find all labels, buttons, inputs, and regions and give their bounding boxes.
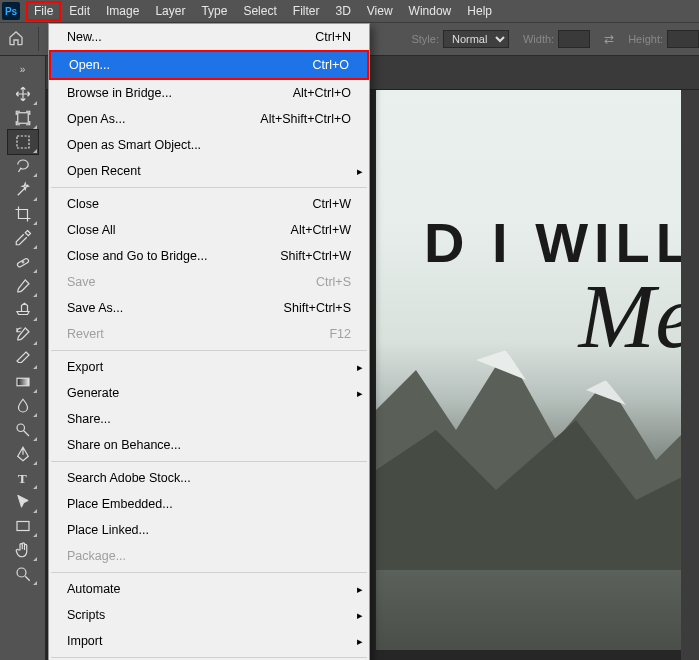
menu-item-place-linked[interactable]: Place Linked... bbox=[49, 517, 369, 543]
move-tool[interactable] bbox=[8, 82, 38, 106]
menu-item-open[interactable]: Open...Ctrl+O bbox=[49, 50, 369, 80]
document-canvas[interactable]: D I WILL Me bbox=[376, 90, 699, 650]
menu-item-package: Package... bbox=[49, 543, 369, 569]
menu-item-label: Scripts bbox=[67, 606, 105, 624]
menu-image[interactable]: Image bbox=[98, 1, 147, 21]
style-select[interactable]: Normal bbox=[443, 30, 509, 48]
menu-item-browse-in-bridge[interactable]: Browse in Bridge...Alt+Ctrl+O bbox=[49, 80, 369, 106]
collapse-icon[interactable]: » bbox=[12, 62, 34, 76]
svg-rect-6 bbox=[17, 522, 29, 531]
menubar: Ps FileEditImageLayerTypeSelectFilter3DV… bbox=[0, 0, 699, 22]
height-field: Height: bbox=[628, 30, 699, 48]
width-input bbox=[558, 30, 590, 48]
menu-item-import[interactable]: Import bbox=[49, 628, 369, 654]
menu-item-shortcut: Ctrl+W bbox=[312, 195, 351, 213]
script-text: Me bbox=[424, 275, 696, 358]
menu-item-scripts[interactable]: Scripts bbox=[49, 602, 369, 628]
menu-item-label: Save As... bbox=[67, 299, 123, 317]
menu-item-shortcut: Ctrl+O bbox=[313, 56, 349, 74]
menu-item-shortcut: Ctrl+S bbox=[316, 273, 351, 291]
menu-3d[interactable]: 3D bbox=[327, 1, 358, 21]
hand-tool[interactable] bbox=[8, 538, 38, 562]
marquee-tool[interactable] bbox=[8, 130, 38, 154]
menu-item-shortcut: Shift+Ctrl+S bbox=[284, 299, 351, 317]
menu-item-label: New... bbox=[67, 28, 102, 46]
menu-filter[interactable]: Filter bbox=[285, 1, 328, 21]
menu-item-revert: RevertF12 bbox=[49, 321, 369, 347]
menu-item-open-as[interactable]: Open As...Alt+Shift+Ctrl+O bbox=[49, 106, 369, 132]
menu-item-generate[interactable]: Generate bbox=[49, 380, 369, 406]
zoom-tool[interactable] bbox=[8, 562, 38, 586]
menu-item-open-as-smart-object[interactable]: Open as Smart Object... bbox=[49, 132, 369, 158]
menu-item-close-and-go-to-bridge[interactable]: Close and Go to Bridge...Shift+Ctrl+W bbox=[49, 243, 369, 269]
app-logo: Ps bbox=[2, 2, 20, 20]
menu-item-share-on-behance[interactable]: Share on Behance... bbox=[49, 432, 369, 458]
menu-item-label: Search Adobe Stock... bbox=[67, 469, 191, 487]
svg-point-4 bbox=[17, 424, 25, 432]
menu-item-label: Share... bbox=[67, 410, 111, 428]
menu-item-export[interactable]: Export bbox=[49, 354, 369, 380]
menu-item-label: Revert bbox=[67, 325, 104, 343]
width-field: Width: bbox=[523, 30, 590, 48]
canvas-text: D I WILL Me bbox=[424, 210, 696, 358]
width-label: Width: bbox=[523, 33, 554, 45]
file-menu: New...Ctrl+NOpen...Ctrl+OBrowse in Bridg… bbox=[48, 23, 370, 660]
blur-tool[interactable] bbox=[8, 394, 38, 418]
home-icon[interactable] bbox=[8, 30, 24, 48]
menu-item-close-all[interactable]: Close AllAlt+Ctrl+W bbox=[49, 217, 369, 243]
crop-tool[interactable] bbox=[8, 202, 38, 226]
artboard-tool[interactable] bbox=[8, 106, 38, 130]
magic-wand-tool[interactable] bbox=[8, 178, 38, 202]
menu-item-label: Browse in Bridge... bbox=[67, 84, 172, 102]
menu-select[interactable]: Select bbox=[235, 1, 284, 21]
menu-item-save-as[interactable]: Save As...Shift+Ctrl+S bbox=[49, 295, 369, 321]
eraser-tool[interactable] bbox=[8, 346, 38, 370]
menu-item-label: Open Recent bbox=[67, 162, 141, 180]
menu-item-place-embedded[interactable]: Place Embedded... bbox=[49, 491, 369, 517]
menu-item-open-recent[interactable]: Open Recent bbox=[49, 158, 369, 184]
menu-item-share[interactable]: Share... bbox=[49, 406, 369, 432]
toolbox: » T bbox=[0, 56, 46, 660]
menu-item-new[interactable]: New...Ctrl+N bbox=[49, 24, 369, 50]
menu-item-label: Share on Behance... bbox=[67, 436, 181, 454]
path-selection-tool[interactable] bbox=[8, 490, 38, 514]
menu-file[interactable]: File bbox=[26, 1, 61, 21]
menu-item-label: Automate bbox=[67, 580, 121, 598]
menu-item-search-adobe-stock[interactable]: Search Adobe Stock... bbox=[49, 465, 369, 491]
menu-view[interactable]: View bbox=[359, 1, 401, 21]
svg-rect-0 bbox=[17, 113, 28, 124]
menu-item-shortcut: F12 bbox=[329, 325, 351, 343]
eyedropper-tool[interactable] bbox=[8, 226, 38, 250]
swap-icon[interactable]: ⇄ bbox=[604, 32, 614, 46]
svg-rect-3 bbox=[17, 378, 29, 386]
menu-type[interactable]: Type bbox=[193, 1, 235, 21]
menu-window[interactable]: Window bbox=[401, 1, 460, 21]
history-brush-tool[interactable] bbox=[8, 322, 38, 346]
style-field: Style: Normal bbox=[411, 30, 509, 48]
menu-item-save: SaveCtrl+S bbox=[49, 269, 369, 295]
brush-tool[interactable] bbox=[8, 274, 38, 298]
menu-item-shortcut: Ctrl+N bbox=[315, 28, 351, 46]
vertical-scrollbar[interactable] bbox=[681, 90, 699, 660]
height-label: Height: bbox=[628, 33, 663, 45]
menu-help[interactable]: Help bbox=[459, 1, 500, 21]
menu-item-shortcut: Alt+Ctrl+O bbox=[293, 84, 351, 102]
menu-item-close[interactable]: CloseCtrl+W bbox=[49, 191, 369, 217]
spot-healing-tool[interactable] bbox=[8, 250, 38, 274]
pen-tool[interactable] bbox=[8, 442, 38, 466]
type-tool[interactable]: T bbox=[8, 466, 38, 490]
rectangle-tool[interactable] bbox=[8, 514, 38, 538]
gradient-tool[interactable] bbox=[8, 370, 38, 394]
menu-layer[interactable]: Layer bbox=[147, 1, 193, 21]
clone-stamp-tool[interactable] bbox=[8, 298, 38, 322]
menu-item-shortcut: Shift+Ctrl+W bbox=[280, 247, 351, 265]
menu-item-label: Import bbox=[67, 632, 102, 650]
menu-item-label: Package... bbox=[67, 547, 126, 565]
lasso-tool[interactable] bbox=[8, 154, 38, 178]
dodge-tool[interactable] bbox=[8, 418, 38, 442]
menu-item-automate[interactable]: Automate bbox=[49, 576, 369, 602]
menu-edit[interactable]: Edit bbox=[61, 1, 98, 21]
menu-item-label: Close and Go to Bridge... bbox=[67, 247, 207, 265]
menu-item-label: Close All bbox=[67, 221, 116, 239]
style-label: Style: bbox=[411, 33, 439, 45]
